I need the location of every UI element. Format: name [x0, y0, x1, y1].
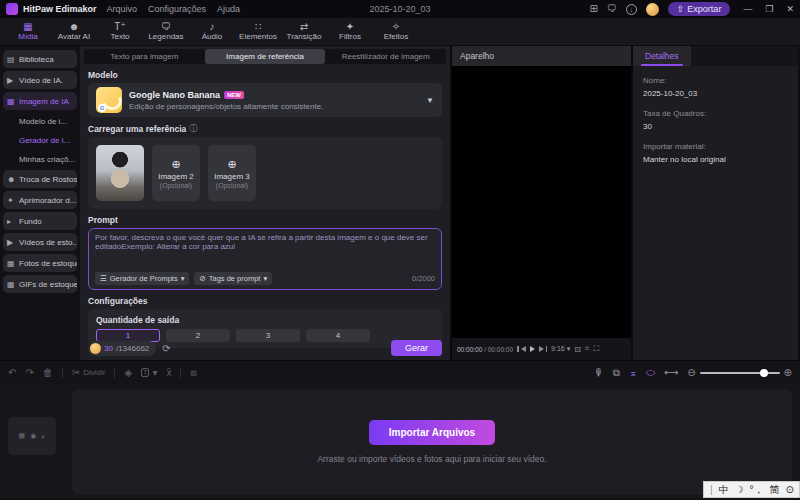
user-avatar[interactable] [646, 3, 659, 16]
track-audio-icon[interactable]: ◉ [30, 432, 36, 440]
tab-imagem-de-referencia[interactable]: Imagem de referência [205, 49, 326, 64]
marker-icon[interactable]: ◈ [124, 368, 132, 378]
tab-transicao[interactable]: ⇄ Transição [282, 21, 326, 42]
download-icon[interactable]: ↓ [626, 4, 637, 15]
remove-text-icon[interactable]: x̄ [166, 368, 171, 378]
undo-icon[interactable]: ↶ [8, 368, 16, 378]
add-image-icon: ⊕ [171, 158, 180, 171]
sidebar-item-aprimorador[interactable]: ✦ Aprimorador d... [3, 191, 77, 209]
prompt-section-label: Prompt [88, 215, 442, 225]
ime-halfwidth-icon[interactable]: ☽ [735, 484, 744, 495]
play-button[interactable] [530, 346, 535, 352]
split-button[interactable]: ✂ Dividir [72, 368, 106, 378]
crop-icon[interactable]: ⌗ [585, 344, 590, 354]
refresh-icon[interactable]: ⟳ [162, 343, 170, 354]
reference-image-1[interactable] [96, 145, 144, 201]
track-text-icon[interactable]: ◐ [41, 433, 45, 440]
minimize-button[interactable]: — [743, 4, 752, 14]
sidebar-item-troca-de-rostos[interactable]: ☻ Troca de Rostos [3, 170, 77, 188]
sidebar-item-minhas-criacoes[interactable]: Minhas criaçõ... [3, 151, 77, 167]
aspect-ratio-dropdown[interactable]: 9:16 ▾ [551, 345, 570, 353]
preview-viewport[interactable] [452, 66, 631, 338]
layout-panels-icon[interactable]: ⊞ [589, 4, 597, 14]
ime-simplified[interactable]: 简 [770, 483, 780, 497]
sidebar-item-modelo-de-imagem[interactable]: Modelo de i... [3, 113, 77, 129]
tab-legendas[interactable]: 🗨 Legendas [144, 21, 188, 42]
feedback-icon[interactable]: 🗨 [607, 4, 617, 14]
sidebar-item-biblioteca[interactable]: ▤ Biblioteca [3, 50, 77, 68]
video-icon: ▶ [7, 76, 16, 85]
auto-ripple-icon[interactable]: ⬭ [646, 368, 655, 378]
reference-image-2-slot[interactable]: ⊕ Imagem 2 (Opcional) [152, 145, 200, 201]
close-button[interactable]: ✕ [786, 4, 794, 14]
maximize-button[interactable]: ❐ [765, 4, 773, 14]
snapshot-icon[interactable]: ⊡ [574, 345, 581, 354]
prompt-input[interactable] [89, 229, 441, 272]
sidebar-item-gerador-de-imagem[interactable]: Gerador de i... [3, 132, 77, 148]
media-drop-zone[interactable]: Importar Arquivos Arraste ou importe víd… [72, 389, 792, 495]
timeline-area: ▦ ◉ ◐ Importar Arquivos Arraste ou impor… [0, 384, 800, 499]
fullscreen-icon[interactable]: ⛶ [593, 344, 599, 354]
link-clips-icon[interactable]: ⧉ [613, 368, 620, 378]
export-clip-icon[interactable]: ⧈ [190, 368, 196, 378]
preview-title: Aparelho [452, 46, 631, 66]
sidebar-item-fotos-de-estoque[interactable]: ▦ Fotos de estoque [3, 254, 77, 272]
stock-video-icon: ▶ [7, 238, 16, 247]
elements-icon: ∷ [255, 21, 261, 32]
expand-arrow-icon: ▸ [7, 217, 16, 226]
generate-button[interactable]: Gerar [391, 340, 442, 356]
fit-timeline-icon[interactable]: ⟷ [664, 368, 678, 378]
tab-texto[interactable]: T⁺ Texto [98, 21, 142, 42]
generator-footer: 30 /1346662 ⟳ Gerar [80, 336, 450, 360]
tab-avatar-ai[interactable]: ☻ Avatar AI [52, 21, 96, 42]
ime-bar: | 中 ☽ °， 简 ⊙ [703, 481, 800, 498]
sidebar-item-video-ia[interactable]: ▶ Vídeo de IA. [3, 71, 77, 89]
text-icon: T⁺ [114, 21, 125, 32]
zoom-slider-track[interactable] [700, 372, 780, 374]
zoom-in-icon[interactable]: ⊕ [784, 367, 792, 378]
sidebar-item-fundo[interactable]: ▸ Fundo [3, 212, 77, 230]
next-frame-button[interactable] [539, 346, 548, 352]
sidebar-item-gifs-de-estoque[interactable]: ▦ GIFs de estoque [3, 275, 77, 293]
ime-settings-icon[interactable]: ⊙ [786, 484, 794, 495]
prompt-generator-dropdown[interactable]: ☰ Gerador de Prompts ▾ [95, 272, 189, 285]
zoom-slider-handle[interactable] [760, 369, 768, 377]
timeline-toolbar: ↶ ↷ 🗑 ✂ Dividir ◈ T▾ x̄ ⧈ 🎙 ⧉ ⌅ ⬭ ⟷ ⊖ ⊕ [0, 360, 800, 384]
tab-midia[interactable]: ▦ Mídia [6, 21, 50, 42]
ime-punctuation[interactable]: °， [750, 483, 764, 497]
time-total: 00:00:00 [488, 346, 513, 353]
export-button[interactable]: ⇧ Exportar [668, 2, 731, 16]
generator-tabs: Texto para imagem Imagem de referência R… [84, 49, 446, 64]
menu-configuracoes[interactable]: Configurações [148, 4, 206, 14]
sidebar-item-imagem-ia[interactable]: ▦ Imagem de IA [3, 92, 77, 110]
tab-efeitos[interactable]: ✧ Efeitos [374, 21, 418, 42]
tab-elementos[interactable]: ∷ Elementos [236, 21, 280, 42]
track-video-icon[interactable]: ▦ [19, 432, 26, 440]
model-selector[interactable]: Google Nano Banana NEW Edição de persona… [88, 83, 442, 117]
magnet-snap-icon[interactable]: ⌅ [629, 368, 637, 378]
tab-detalhes[interactable]: Detalhes [633, 46, 691, 66]
redo-icon[interactable]: ↷ [25, 368, 33, 378]
zoom-out-icon[interactable]: ⊖ [687, 367, 695, 378]
delete-icon[interactable]: 🗑 [43, 368, 53, 378]
prev-frame-button[interactable] [517, 346, 526, 352]
app-window: HitPaw Edimakor Arquivo Configurações Aj… [0, 0, 800, 500]
menu-ajuda[interactable]: Ajuda [217, 4, 240, 14]
nano-banana-icon [96, 87, 122, 113]
tab-filtros[interactable]: ✦ Filtros [328, 21, 372, 42]
import-files-button[interactable]: Importar Arquivos [369, 420, 495, 445]
text-box-icon[interactable]: T▾ [141, 368, 157, 378]
tab-texto-para-imagem[interactable]: Texto para imagem [84, 49, 205, 64]
menu-arquivo[interactable]: Arquivo [107, 4, 138, 14]
sidebar-item-videos-de-estoque[interactable]: ▶ Vídeos de esto... [3, 233, 77, 251]
export-icon: ⇧ [677, 4, 685, 14]
time-current: 00:00:00 [457, 346, 482, 353]
prompt-tags-dropdown[interactable]: ⊘ Tags de prompt ▾ [194, 272, 272, 285]
tab-audio[interactable]: ♪ Áudio [190, 21, 234, 42]
record-voiceover-icon[interactable]: 🎙 [594, 368, 604, 378]
tab-reestilizador[interactable]: Reestilizador de imagem [325, 49, 446, 64]
reference-image-3-slot[interactable]: ⊕ Imagem 3 (Opcional) [208, 145, 256, 201]
new-badge: NEW [224, 91, 244, 99]
ime-chinese-mode[interactable]: 中 [719, 483, 729, 497]
reference-section-label: Carregar uma referência [88, 124, 186, 134]
